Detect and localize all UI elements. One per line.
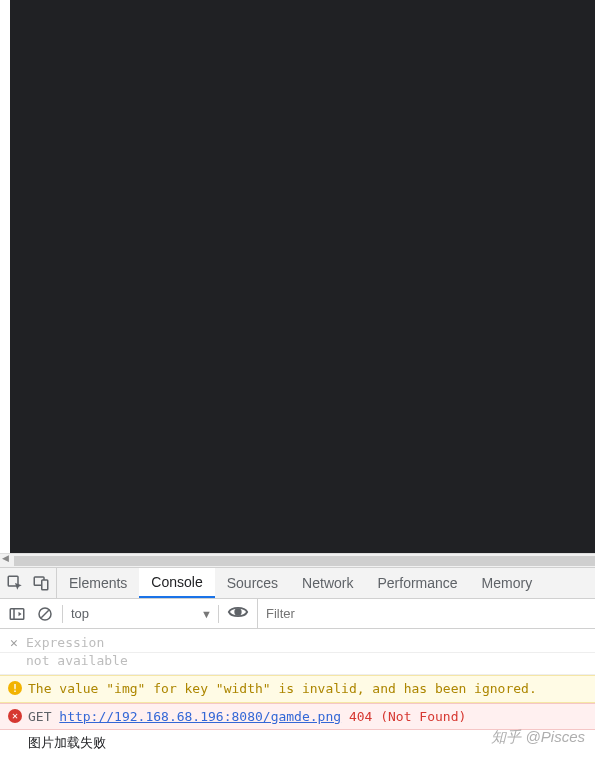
context-label: top <box>71 606 89 621</box>
tab-memory[interactable]: Memory <box>470 568 545 598</box>
context-selector[interactable]: top ▼ <box>63 599 218 628</box>
tab-sources[interactable]: Sources <box>215 568 290 598</box>
svg-rect-2 <box>42 580 48 590</box>
page-viewport <box>10 0 595 553</box>
log-text: 图片加载失败 <box>28 735 106 750</box>
filter-wrap <box>257 599 595 628</box>
error-status: 404 (Not Found) <box>349 709 466 724</box>
expression-label: Expression <box>26 635 104 650</box>
console-toolbar: top ▼ <box>0 599 595 629</box>
tab-console[interactable]: Console <box>139 568 214 598</box>
warning-text: The value "img" for key "width" is inval… <box>28 681 537 696</box>
live-expression-icon[interactable] <box>227 601 249 626</box>
live-expression-row[interactable]: ✕ Expression <box>0 629 595 653</box>
error-icon: ✕ <box>8 709 22 723</box>
svg-point-7 <box>235 609 241 615</box>
filter-input[interactable] <box>258 599 595 628</box>
clear-console-icon[interactable] <box>36 605 54 623</box>
error-method: GET <box>28 709 51 724</box>
scrollbar-thumb[interactable] <box>14 556 595 566</box>
console-error-row[interactable]: ✕ GET http://192.168.68.196:8080/gamde.p… <box>0 703 595 731</box>
svg-rect-3 <box>10 608 24 619</box>
device-toggle-icon[interactable] <box>32 574 50 592</box>
error-url[interactable]: http://192.168.68.196:8080/gamde.png <box>59 709 341 724</box>
devtools-tabs-bar: Elements Console Sources Network Perform… <box>0 567 595 599</box>
expression-value: not available <box>0 653 595 675</box>
tabs-container: Elements Console Sources Network Perform… <box>57 568 595 598</box>
close-icon[interactable]: ✕ <box>10 635 18 650</box>
console-log-row[interactable]: 图片加载失败 <box>0 730 595 756</box>
svg-line-6 <box>41 610 49 618</box>
tab-network[interactable]: Network <box>290 568 365 598</box>
inspect-element-icon[interactable] <box>6 574 24 592</box>
console-warning-row[interactable]: ! The value "img" for key "width" is inv… <box>0 675 595 703</box>
warning-icon: ! <box>8 681 22 695</box>
chevron-down-icon: ▼ <box>201 608 212 620</box>
horizontal-scrollbar[interactable] <box>0 553 595 567</box>
tab-elements[interactable]: Elements <box>57 568 139 598</box>
inspect-tools <box>0 568 57 598</box>
console-sidebar-toggle-icon[interactable] <box>8 605 26 623</box>
tab-performance[interactable]: Performance <box>365 568 469 598</box>
